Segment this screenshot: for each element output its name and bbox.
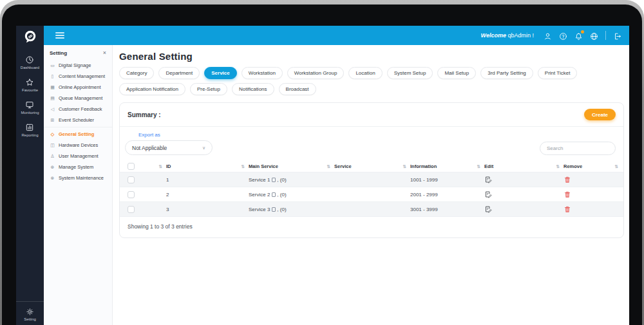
tab-system-setup[interactable]: System Setup — [387, 67, 433, 79]
globe-icon[interactable] — [590, 32, 598, 40]
sidebar-item-system-maintenance[interactable]: ⊗ System Maintenance — [44, 172, 112, 183]
sidebar-item-setting[interactable]: Setting — [16, 301, 44, 325]
rail-item-label: Favourite — [22, 88, 38, 92]
tab-workstation-group[interactable]: Workstation Group — [287, 67, 345, 79]
export-format-dropdown[interactable]: Not Applicable ∨ — [125, 140, 213, 155]
logout-icon[interactable] — [613, 32, 621, 40]
sidebar-item-queue-management[interactable]: ▤ Queue Management — [44, 93, 112, 104]
tab-workstation[interactable]: Workstation — [242, 67, 283, 79]
delete-button[interactable] — [564, 190, 571, 198]
table-entries-info: Showing 1 to 3 of 3 entries — [120, 217, 623, 237]
app-logo[interactable] — [16, 26, 44, 48]
delete-button[interactable] — [564, 176, 571, 183]
create-button[interactable]: Create — [584, 109, 616, 120]
bell-icon[interactable] — [574, 32, 583, 40]
tab-print-ticket[interactable]: Print Ticket — [538, 67, 578, 79]
sidebar-item-monitoring[interactable]: Monitoring — [21, 100, 39, 115]
image-placeholder-icon — [272, 192, 276, 197]
device-frame: Dashboard Favourite Monitoring Reporting… — [0, 0, 644, 325]
page-title: General Setting — [119, 51, 624, 62]
sidebar-item-reporting[interactable]: Reporting — [21, 123, 38, 137]
document-icon: ▯ — [50, 74, 55, 79]
edit-button[interactable] — [484, 205, 492, 213]
tab-3rd-party-setting[interactable]: 3rd Party Setting — [480, 67, 533, 79]
tab-pre-setup[interactable]: Pre-Setup — [190, 83, 227, 95]
sidebar-item-digital-signage[interactable]: ▭ Digital Signage — [44, 60, 112, 71]
gear-icon — [26, 308, 34, 316]
cell-information: 1001 - 1999 — [410, 177, 484, 183]
tab-application-notification[interactable]: Application Notification — [119, 83, 185, 95]
summary-table: ⇅ ID⇅ Main Service⇅ Service⇅ Information… — [120, 161, 623, 217]
tab-broadcast[interactable]: Broadcast — [279, 83, 316, 95]
help-icon[interactable] — [559, 32, 567, 40]
tab-department[interactable]: Department — [158, 67, 200, 79]
tab-category[interactable]: Category — [119, 67, 154, 79]
user-icon[interactable] — [544, 32, 552, 40]
cell-id: 3 — [166, 207, 249, 212]
chevron-down-icon: ∨ — [202, 145, 205, 151]
tab-service[interactable]: Service — [204, 67, 236, 79]
summary-title: Summary : — [128, 111, 161, 118]
sidebar-item-hardware-devices[interactable]: ◫ Hardware Devices — [44, 140, 112, 151]
cell-information: 2001 - 2999 — [410, 192, 484, 198]
sort-icon[interactable]: ⇅ — [403, 164, 410, 169]
sort-icon[interactable]: ⇅ — [159, 164, 166, 169]
diamond-icon: ◇ — [50, 132, 55, 137]
event-icon: ⊞ — [50, 118, 55, 123]
rail-item-label: Reporting — [21, 133, 38, 137]
sidebar-item-dashboard[interactable]: Dashboard — [21, 55, 39, 70]
monitor-icon — [25, 100, 34, 109]
sort-icon[interactable]: ⇅ — [556, 164, 564, 169]
edit-button[interactable] — [484, 176, 492, 183]
users-icon: ♙ — [50, 154, 55, 159]
sidebar-item-event-scheduler[interactable]: ⊞ Event Scheduler — [44, 115, 112, 125]
tab-location[interactable]: Location — [348, 67, 382, 79]
sidebar-item-content-management[interactable]: ▯ Content Management — [44, 71, 112, 82]
sort-icon[interactable]: ⇅ — [615, 164, 622, 169]
search-input[interactable] — [540, 142, 616, 155]
star-icon — [25, 78, 34, 87]
top-header: Welcome qbAdmin ! — [44, 26, 629, 45]
hamburger-menu-icon[interactable] — [55, 32, 64, 39]
edit-note-icon — [484, 176, 492, 183]
sidebar-item-user-management[interactable]: ♙ User Management — [44, 151, 112, 162]
notification-badge — [581, 30, 584, 33]
select-all-checkbox[interactable] — [128, 163, 135, 170]
device-bezel: Dashboard Favourite Monitoring Reporting… — [2, 5, 642, 325]
row-checkbox[interactable] — [128, 176, 135, 183]
cell-information: 3001 - 3999 — [410, 207, 484, 212]
calendar-icon: ▦ — [50, 85, 55, 90]
column-header-remove: Remove — [564, 163, 582, 169]
table-row: 1 Service 1, (0) 1001 - 1999 — [120, 172, 623, 187]
sort-icon[interactable]: ⇅ — [477, 164, 484, 169]
qb-logo-icon — [23, 30, 37, 44]
image-placeholder-icon — [272, 178, 276, 182]
setting-sidebar: Setting × ▭ Digital Signage ▯ Content Ma… — [44, 45, 113, 325]
row-checkbox[interactable] — [128, 206, 135, 213]
header-divider — [605, 31, 606, 40]
bar-chart-icon — [25, 123, 34, 132]
image-placeholder-icon — [272, 207, 276, 212]
sidebar-item-manage-system[interactable]: ⊛ Manage System — [44, 162, 112, 172]
sidebar-item-general-setting[interactable]: ◇ General Setting — [44, 129, 112, 140]
tab-mail-setup[interactable]: Mail Setup — [437, 67, 476, 79]
delete-button[interactable] — [564, 205, 571, 213]
sidebar-item-online-appointment[interactable]: ▦ Online Appointment — [44, 82, 112, 93]
sort-icon[interactable]: ⇅ — [327, 164, 334, 169]
sidebar-item-customer-feedback[interactable]: ◁ Customer Feedback — [44, 104, 112, 115]
edit-note-icon — [484, 190, 492, 198]
export-as-link[interactable]: Export as — [138, 132, 213, 138]
trash-icon — [564, 176, 571, 183]
wrench-icon: ⊗ — [50, 176, 55, 181]
cell-main-service: Service 1, (0) — [249, 177, 334, 183]
setting-tabs: Category Department Service Workstation … — [119, 67, 615, 95]
sort-icon[interactable]: ⇅ — [242, 164, 249, 169]
sidebar-item-favourite[interactable]: Favourite — [22, 78, 38, 92]
row-checkbox[interactable] — [128, 191, 135, 198]
summary-card: Summary : Create Export as Not Applicabl… — [119, 102, 624, 238]
column-header-edit: Edit — [484, 163, 493, 169]
close-icon[interactable]: × — [103, 50, 106, 56]
tab-notifications[interactable]: Notifications — [232, 83, 274, 95]
edit-button[interactable] — [484, 190, 492, 198]
monitor-icon: ▭ — [50, 63, 55, 68]
